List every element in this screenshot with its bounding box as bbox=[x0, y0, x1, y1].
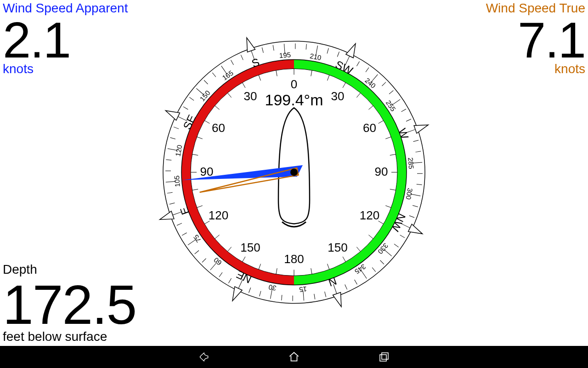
svg-line-9 bbox=[247, 288, 252, 293]
svg-line-133 bbox=[259, 75, 260, 80]
wind-true-value: 7.1 bbox=[486, 15, 585, 65]
svg-text:180: 180 bbox=[284, 252, 304, 266]
svg-text:150: 150 bbox=[328, 241, 347, 254]
svg-line-68 bbox=[380, 259, 384, 265]
wind-compass[interactable]: 1530607510512015016519521024025528530033… bbox=[147, 25, 441, 319]
svg-line-39 bbox=[272, 45, 275, 51]
svg-line-8 bbox=[258, 291, 262, 297]
svg-line-100 bbox=[311, 70, 312, 76]
svg-point-149 bbox=[290, 168, 298, 176]
svg-line-15 bbox=[194, 251, 199, 254]
svg-line-48 bbox=[365, 68, 370, 72]
svg-rect-151 bbox=[382, 353, 388, 359]
svg-line-21 bbox=[167, 191, 173, 194]
svg-line-47 bbox=[356, 61, 361, 66]
svg-line-17 bbox=[181, 233, 187, 236]
svg-text:0: 0 bbox=[291, 77, 297, 91]
recent-apps-button[interactable] bbox=[378, 351, 390, 363]
svg-text:300: 300 bbox=[404, 188, 414, 201]
svg-line-53 bbox=[401, 109, 407, 112]
svg-line-120 bbox=[243, 257, 246, 262]
svg-line-129 bbox=[204, 121, 209, 124]
svg-text:15: 15 bbox=[299, 285, 307, 293]
svg-line-11 bbox=[227, 278, 232, 283]
svg-line-59 bbox=[417, 172, 423, 175]
svg-text:195: 195 bbox=[279, 51, 291, 59]
svg-line-38 bbox=[261, 47, 264, 53]
svg-line-109 bbox=[390, 189, 396, 190]
svg-line-32 bbox=[204, 80, 208, 85]
svg-text:120: 120 bbox=[174, 144, 183, 157]
svg-line-122 bbox=[215, 235, 220, 239]
svg-line-118 bbox=[276, 268, 277, 274]
svg-line-63 bbox=[409, 214, 414, 219]
svg-line-112 bbox=[368, 235, 373, 239]
svg-line-36 bbox=[241, 55, 243, 60]
back-button[interactable] bbox=[198, 351, 210, 363]
svg-text:30: 30 bbox=[268, 283, 277, 293]
svg-line-130 bbox=[215, 106, 220, 109]
svg-line-14 bbox=[201, 259, 207, 262]
svg-line-102 bbox=[343, 83, 346, 88]
svg-line-125 bbox=[192, 189, 198, 190]
svg-line-128 bbox=[197, 137, 203, 138]
svg-text:150: 150 bbox=[240, 241, 260, 254]
svg-line-2 bbox=[324, 292, 327, 297]
svg-line-12 bbox=[218, 272, 224, 277]
svg-line-24 bbox=[166, 158, 171, 161]
svg-line-69 bbox=[372, 267, 376, 272]
svg-line-27 bbox=[174, 126, 179, 130]
svg-text:285: 285 bbox=[407, 157, 415, 169]
svg-line-50 bbox=[381, 82, 387, 86]
svg-line-62 bbox=[413, 204, 418, 208]
svg-line-71 bbox=[355, 279, 357, 285]
home-button[interactable] bbox=[288, 351, 300, 363]
svg-line-54 bbox=[406, 119, 412, 121]
svg-line-107 bbox=[390, 154, 396, 155]
svg-rect-150 bbox=[380, 355, 386, 361]
depth-panel: Depth 172.5 feet below surface bbox=[3, 262, 136, 344]
svg-line-51 bbox=[389, 91, 394, 94]
svg-text:199.4°m: 199.4°m bbox=[265, 91, 323, 109]
svg-line-127 bbox=[192, 154, 198, 155]
svg-line-30 bbox=[189, 96, 194, 102]
svg-line-110 bbox=[385, 206, 391, 207]
svg-line-103 bbox=[356, 93, 360, 98]
wind-true-panel: Wind Speed True 7.1 knots bbox=[486, 1, 585, 76]
svg-line-114 bbox=[343, 257, 346, 262]
svg-line-121 bbox=[227, 247, 231, 252]
svg-line-134 bbox=[276, 70, 277, 76]
wind-apparent-value: 2.1 bbox=[3, 15, 128, 65]
svg-line-116 bbox=[311, 268, 312, 274]
svg-text:30: 30 bbox=[331, 89, 345, 103]
svg-line-56 bbox=[413, 140, 419, 142]
svg-line-113 bbox=[356, 247, 360, 252]
svg-line-104 bbox=[368, 106, 373, 109]
svg-line-3 bbox=[313, 294, 316, 299]
svg-line-20 bbox=[170, 202, 175, 205]
svg-text:90: 90 bbox=[375, 165, 388, 178]
svg-line-45 bbox=[336, 52, 340, 57]
svg-line-60 bbox=[417, 183, 422, 186]
svg-line-132 bbox=[243, 83, 246, 88]
svg-line-66 bbox=[394, 243, 399, 248]
svg-line-72 bbox=[345, 284, 347, 290]
svg-text:120: 120 bbox=[209, 208, 228, 222]
svg-line-101 bbox=[328, 75, 329, 80]
svg-line-119 bbox=[259, 264, 260, 270]
svg-line-33 bbox=[212, 72, 216, 78]
svg-text:210: 210 bbox=[309, 52, 322, 62]
svg-line-57 bbox=[415, 150, 421, 153]
svg-text:60: 60 bbox=[363, 121, 376, 135]
svg-text:60: 60 bbox=[212, 121, 225, 135]
svg-line-18 bbox=[177, 223, 182, 225]
svg-line-115 bbox=[328, 264, 329, 270]
svg-line-5 bbox=[291, 295, 294, 301]
svg-line-29 bbox=[183, 105, 188, 110]
svg-line-131 bbox=[227, 93, 231, 98]
svg-line-124 bbox=[197, 206, 203, 207]
svg-line-6 bbox=[280, 295, 283, 300]
svg-line-106 bbox=[385, 137, 391, 138]
svg-line-41 bbox=[294, 43, 297, 49]
svg-line-26 bbox=[170, 136, 175, 141]
